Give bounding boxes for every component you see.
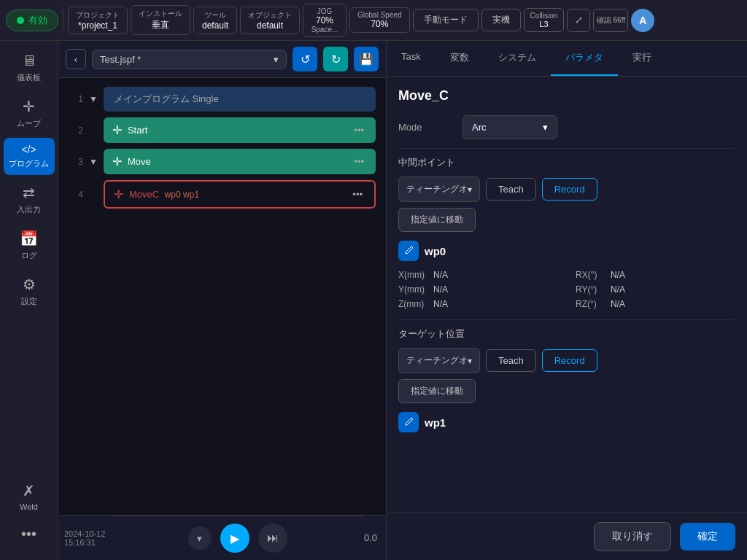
save-button[interactable]: 💾 [354,47,379,71]
jog-item[interactable]: JOG 70% Space... [303,4,347,37]
start-block[interactable]: ✛ Start ••• [104,117,376,143]
weld-icon: ✗ [23,482,35,499]
move-block[interactable]: ✛ Move ••• [104,149,376,174]
sidebar-item-log[interactable]: 📅 ログ [4,224,55,267]
wp0-x-item: X(mm) N/A [398,270,558,280]
redo-button[interactable]: ↻ [323,47,348,71]
project-label: プロジェクト [76,10,120,20]
manual-mode-button[interactable]: 手動モード [413,9,479,31]
line-4[interactable]: 4 ▼ ✛ MoveC wp0 wp1 ••• [64,177,380,211]
sidebar-item-io[interactable]: ⇄ 入出力 [4,178,55,221]
file-selector[interactable]: Test.jspf * ▾ [92,50,287,69]
sidebar-item-settings[interactable]: ⚙ 設定 [4,270,55,313]
target-teaching-dropdown[interactable]: ティーチングオ ▾ [398,348,480,373]
tab-task[interactable]: Task [387,41,436,76]
fast-forward-button[interactable]: ⏭ [258,524,287,553]
project-value: *project_1 [78,20,117,31]
wp0-rz-item: RZ(°) N/A [576,299,735,309]
params-panel-content: Move_C Mode Arc ▾ 中間ポイント ティーチングオ ▾ Teach… [387,77,747,513]
more-icon: ••• [21,526,36,542]
midpoint-teaching-dropdown[interactable]: ティーチングオ ▾ [398,176,480,202]
collapse-arrow-3[interactable]: ▼ [89,157,98,167]
project-item[interactable]: プロジェクト *project_1 [68,7,128,34]
wp1-edit-icon[interactable] [398,412,419,432]
move-menu-icon[interactable]: ••• [351,156,367,167]
cancel-button[interactable]: 取り消す [594,522,671,551]
line-2[interactable]: 2 ▼ ✛ Start ••• [64,114,380,146]
back-button[interactable]: ‹ [66,49,86,69]
target-chevron-icon: ▾ [468,356,472,366]
line-num-4: 4 [69,190,83,200]
midpoint-teaching-label: ティーチングオ [406,183,468,195]
panel-tabs: Task 変数 システム パラメタ 実行 [387,41,747,77]
footer-chevron-button[interactable]: ▾ [188,526,212,550]
wp0-z-item: Z(mm) N/A [398,299,558,309]
start-icon: ✛ [112,123,122,137]
start-menu-icon[interactable]: ••• [351,125,367,136]
target-section-label: ターゲット位置 [398,327,735,341]
mode-field-row: Mode Arc ▾ [398,115,735,139]
jog-sub: Space... [311,26,338,34]
movec-icon: ✛ [114,187,123,201]
tab-variables[interactable]: 変数 [436,41,484,76]
install-value: 垂直 [152,19,169,31]
confirm-action-button[interactable]: 確定 [680,523,735,551]
real-mode-button[interactable]: 実機 [481,9,521,31]
target-record-button[interactable]: Record [542,349,597,372]
install-item[interactable]: インストール 垂直 [131,5,190,35]
wp0-x-label: X(mm) [398,270,427,280]
midpoint-teach-button[interactable]: Teach [486,178,536,201]
dashboard-icon: 🖥 [22,52,36,69]
global-speed-label: Global Speed [357,11,402,19]
object-item[interactable]: オブジェクト default [240,7,300,34]
status-button[interactable]: 有効 [6,9,58,31]
sidebar-item-move[interactable]: ✛ ムーブ [4,92,55,135]
wp0-rx-item: RX(°) N/A [576,270,735,280]
sidebar-item-more[interactable]: ••• [4,520,55,548]
status-dot [17,17,24,24]
wp1-header: wp1 [398,412,735,432]
wp0-header: wp0 [398,241,735,261]
sidebar-item-weld[interactable]: ✗ Weld [4,476,55,517]
wp0-y-item: Y(mm) N/A [398,284,558,295]
expand-button[interactable]: ⤢ [567,9,590,32]
avatar[interactable]: A [631,9,654,32]
wp0-title: wp0 [425,245,446,257]
target-move-to-button[interactable]: 指定値に移動 [398,379,476,403]
global-speed-item[interactable]: Global Speed 70% [349,7,410,33]
midpoint-record-button[interactable]: Record [542,178,597,201]
collapse-arrow-1[interactable]: ▼ [89,94,98,104]
midpoint-chevron-icon: ▾ [468,184,472,195]
line-3[interactable]: 3 ▼ ✛ Move ••• [64,146,380,177]
sidebar-item-dashboard[interactable]: 🖥 儀表板 [4,47,55,89]
wp1-title: wp1 [425,416,446,429]
tab-execute[interactable]: 実行 [618,41,666,76]
confirm-button[interactable]: 確認 66ff [593,9,628,32]
movec-block[interactable]: ✛ MoveC wp0 wp1 ••• [104,180,376,209]
wp0-z-label: Z(mm) [398,299,427,309]
bottom-actions: 取り消す 確定 [387,513,747,560]
wp0-rz-label: RZ(°) [576,299,605,309]
tool-item[interactable]: ツール default [193,7,237,34]
file-name: Test.jspf * [100,54,141,65]
sidebar-io-label: 入出力 [17,204,41,215]
sidebar-item-program[interactable]: </> プログラム [4,138,55,175]
target-teach-button[interactable]: Teach [486,349,536,372]
tool-label: ツール [204,10,226,20]
wp0-edit-icon[interactable] [398,241,419,261]
undo-button[interactable]: ↺ [293,47,317,71]
topbar-separator-1 [63,7,63,34]
movec-menu-icon[interactable]: ••• [349,189,365,200]
midpoint-move-to-button[interactable]: 指定値に移動 [398,208,476,232]
movec-sub: wp0 wp1 [165,190,199,200]
sidebar: 🖥 儀表板 ✛ ムーブ </> プログラム ⇄ 入出力 📅 ログ ⚙ 設定 ✗ … [0,41,58,560]
editor-toolbar: ‹ Test.jspf * ▾ ↺ ↻ 💾 [58,41,386,78]
program-header-block: メインプログラム Single [104,87,376,112]
settings-icon: ⚙ [23,276,36,293]
play-button[interactable]: ▶ [220,524,249,553]
mode-dropdown[interactable]: Arc ▾ [462,115,557,139]
sidebar-program-label: プログラム [9,158,49,169]
program-content: 1 ▼ メインプログラム Single 2 ▼ ✛ Start ••• 3 ▼ [58,78,386,515]
tab-system[interactable]: システム [484,41,551,76]
tab-params[interactable]: パラメタ [551,41,618,76]
